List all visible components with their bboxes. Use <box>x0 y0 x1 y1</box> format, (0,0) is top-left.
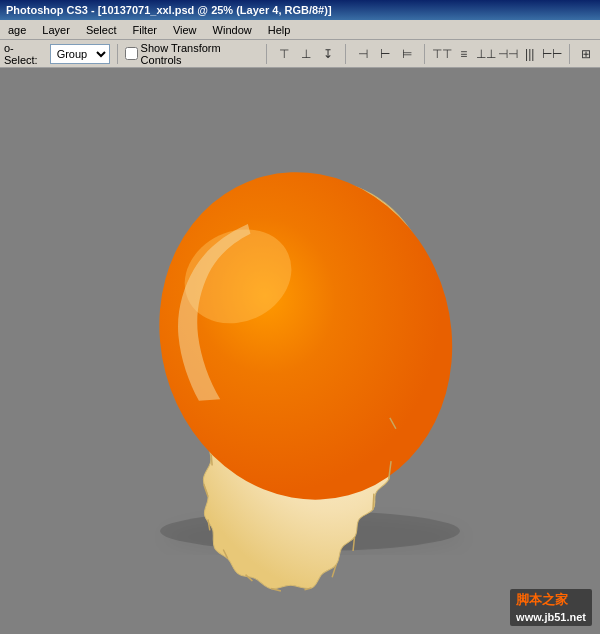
menu-bar: age Layer Select Filter View Window Help <box>0 20 600 40</box>
distribute-bottom-icon[interactable]: ⊥⊥ <box>476 44 496 64</box>
align-top-icon[interactable]: ⊤ <box>274 44 294 64</box>
toolbar-separator-4 <box>424 44 425 64</box>
menu-item-select[interactable]: Select <box>82 23 121 37</box>
toolbar: o-Select: Group Layer Show Transform Con… <box>0 40 600 68</box>
canvas-area: 脚本之家www.jb51.net <box>0 68 600 634</box>
align-right-icon[interactable]: ⊨ <box>397 44 417 64</box>
icon-group-1: ⊤ ⊥ ↧ <box>274 44 338 64</box>
menu-item-help[interactable]: Help <box>264 23 295 37</box>
menu-item-filter[interactable]: Filter <box>128 23 160 37</box>
auto-align-icon[interactable]: ⊞ <box>577 44 596 64</box>
icon-group-3: ⊤⊤ ≡ ⊥⊥ ⊣⊣ ||| ⊢⊢ <box>432 44 562 64</box>
distribute-left-icon[interactable]: ⊣⊣ <box>498 44 518 64</box>
title-bar: Photoshop CS3 - [10137071_xxl.psd @ 25% … <box>0 0 600 20</box>
distribute-vcenter-icon[interactable]: ≡ <box>454 44 474 64</box>
toolbar-separator-5 <box>569 44 570 64</box>
distribute-top-icon[interactable]: ⊤⊤ <box>432 44 452 64</box>
align-vcenter-icon[interactable]: ⊥ <box>296 44 316 64</box>
watermark: 脚本之家www.jb51.net <box>510 589 592 626</box>
watermark-url: www.jb51.net <box>516 611 586 623</box>
transform-controls-checkbox[interactable] <box>125 47 138 60</box>
menu-item-window[interactable]: Window <box>209 23 256 37</box>
align-left-icon[interactable]: ⊣ <box>353 44 373 64</box>
toolbar-label: o-Select: <box>4 42 46 66</box>
menu-item-layer[interactable]: Layer <box>38 23 74 37</box>
menu-item-view[interactable]: View <box>169 23 201 37</box>
egg-illustration <box>100 141 520 601</box>
distribute-hcenter-icon[interactable]: ||| <box>520 44 540 64</box>
distribute-right-icon[interactable]: ⊢⊢ <box>542 44 562 64</box>
align-hcenter-icon[interactable]: ⊢ <box>375 44 395 64</box>
toolbar-separator-2 <box>266 44 267 64</box>
title-text: Photoshop CS3 - [10137071_xxl.psd @ 25% … <box>6 4 332 16</box>
show-transform-controls[interactable]: Show Transform Controls <box>125 42 259 66</box>
toolbar-select-group[interactable]: Group Layer <box>50 44 110 64</box>
icon-group-2: ⊣ ⊢ ⊨ <box>353 44 417 64</box>
svg-point-1 <box>123 141 489 533</box>
toolbar-separator-3 <box>345 44 346 64</box>
transform-controls-label: Show Transform Controls <box>141 42 259 66</box>
toolbar-separator-1 <box>117 44 118 64</box>
egg-svg <box>100 141 520 601</box>
menu-item-age[interactable]: age <box>4 23 30 37</box>
align-bottom-icon[interactable]: ↧ <box>318 44 338 64</box>
